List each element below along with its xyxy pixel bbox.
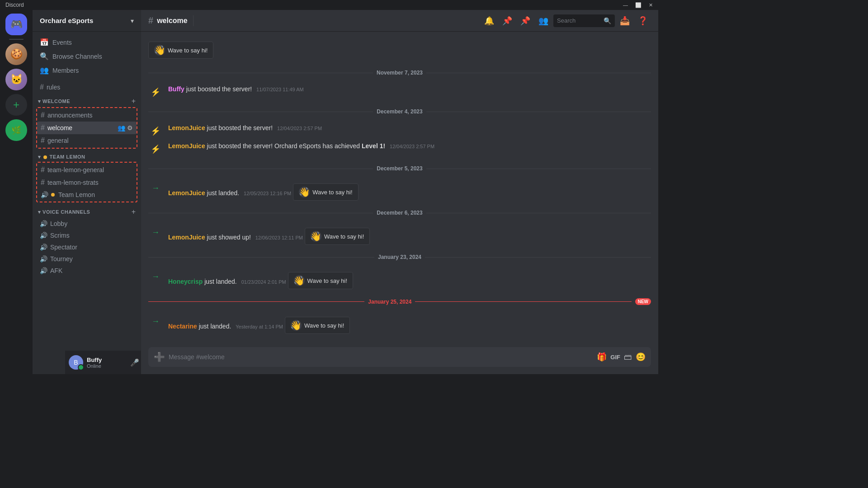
maximize-button[interactable]: ⬜	[633, 2, 643, 8]
gift-button[interactable]: 🎁	[597, 352, 607, 362]
channel-item-team-lemon-strats[interactable]: # team-lemon-strats	[37, 176, 137, 189]
user-avatar-letter: B	[74, 359, 78, 366]
channel-item-general[interactable]: # general	[37, 134, 137, 147]
channel-item-team-lemon-general[interactable]: # team-lemon-general	[37, 164, 137, 176]
edit-pins-button[interactable]: 📌	[499, 13, 515, 29]
messages-area[interactable]: 👋 Wave to say hi! November 7, 2023 ⚡ Buf…	[141, 32, 658, 347]
sidebar-item-events[interactable]: 📅 Events	[36, 35, 137, 49]
wave-label: Wave to say hi!	[312, 189, 352, 196]
voice-channels-section: ▾ VOICE CHANNELS + 🔊 Lobby 🔊 Scrims 🔊 Sp…	[36, 206, 137, 277]
members-label: Members	[52, 67, 79, 74]
wave-button-lemon-join[interactable]: 👋 Wave to say hi!	[293, 183, 358, 201]
search-bar[interactable]: Search 🔍	[553, 14, 615, 27]
boost-icon: ⚡	[148, 85, 163, 99]
welcome-section: ▾ WELCOME + # announcements # welcome 👥 …	[36, 95, 137, 149]
date-line-left	[148, 169, 373, 169]
channel-name-tourney: Tourney	[50, 255, 73, 263]
message-body-nect: Nectarine just landed. Yesterday at 1:14…	[168, 314, 651, 334]
discord-home-button[interactable]: 🎮	[5, 14, 27, 35]
server-dropdown-icon: ▾	[131, 17, 134, 24]
notification-bell-button[interactable]: 🔔	[481, 13, 497, 29]
mic-button[interactable]: 🎤	[128, 356, 141, 369]
hash-icon: #	[41, 124, 45, 132]
welcome-add-icon[interactable]: +	[132, 97, 136, 105]
timestamp-lemon-show: 12/06/2023 12:11 PM	[255, 235, 303, 240]
message-input[interactable]	[169, 353, 593, 361]
close-button[interactable]: ✕	[647, 2, 655, 8]
message-body-honey: Honeycrisp just landed. 01/23/2024 2:01 …	[168, 269, 651, 289]
wave-label-nect: Wave to say hi!	[304, 322, 344, 329]
channel-name-welcome: welcome	[47, 124, 72, 131]
sticker-button[interactable]: 🗃	[624, 352, 632, 362]
attach-button[interactable]: ➕	[154, 352, 165, 362]
wave-button-nect[interactable]: 👋 Wave to say hi!	[285, 317, 350, 334]
titlebar-title: Discord	[5, 2, 24, 8]
wave-say-hi-button-top[interactable]: 👋 Wave to say hi!	[148, 42, 213, 59]
message-lemonjuice-boost2: ⚡ LemonJuice just boosted the server! Or…	[141, 140, 658, 158]
message-body: Buffy just boosted the server! 11/07/202…	[168, 85, 651, 94]
boost-symbol: ⚡	[151, 126, 160, 136]
username-lemonjuice2: LemonJuice	[168, 142, 205, 150]
channel-item-welcome[interactable]: # welcome 👥 ⚙	[37, 122, 137, 134]
channel-item-team-lemon-voice[interactable]: 🔊 Team Lemon	[37, 189, 137, 201]
inbox-button[interactable]: 📥	[617, 13, 633, 29]
channel-item-spectator[interactable]: 🔊 Spectator	[36, 241, 137, 253]
input-actions: 🎁 GIF 🗃 😊	[597, 352, 646, 362]
pinned-button[interactable]: 📌	[517, 13, 533, 29]
voice-section-title: ▾ VOICE CHANNELS	[38, 209, 90, 215]
help-button[interactable]: ❓	[635, 13, 651, 29]
minimize-button[interactable]: —	[621, 2, 630, 8]
server-icon-cat[interactable]: 🐱	[5, 69, 27, 90]
channel-item-lobby[interactable]: 🔊 Lobby	[36, 218, 137, 230]
wave-label-top: Wave to say hi!	[168, 47, 208, 54]
top-wave-container: 👋 Wave to say hi!	[141, 39, 658, 62]
date-separator-jan25-new: January 25, 2024 NEW	[148, 298, 651, 305]
channel-item-scrims[interactable]: 🔊 Scrims	[36, 230, 137, 241]
welcome-section-header[interactable]: ▾ WELCOME +	[36, 95, 137, 107]
server-header[interactable]: Orchard eSports ▾	[33, 10, 141, 32]
events-icon: 📅	[40, 38, 49, 47]
members-list-button[interactable]: 👥	[535, 13, 552, 29]
message-lemonjuice-show: → LemonJuice just showed up! 12/06/2023 …	[141, 223, 658, 247]
join-arrow-icon3: →	[148, 269, 163, 284]
active-server-indicator[interactable]: 🌿	[5, 119, 27, 141]
message-body-join: LemonJuice just landed. 12/05/2023 12:16…	[168, 181, 651, 201]
voice-add-icon[interactable]: +	[132, 208, 136, 216]
channel-item-rules[interactable]: # rules	[36, 81, 137, 94]
date-separator-jan23: January 23, 2024	[148, 254, 651, 260]
timestamp-nect: Yesterday at 1:14 PM	[236, 324, 283, 329]
channel-item-announcements[interactable]: # announcements	[37, 109, 137, 122]
gif-button[interactable]: GIF	[610, 354, 620, 361]
members-icon[interactable]: 👥	[118, 124, 125, 131]
channel-header-name: welcome	[157, 17, 188, 25]
channel-name-announcements: announcements	[47, 112, 93, 119]
join-arrow-icon: →	[148, 181, 163, 195]
wave-emoji-top: 👋	[154, 45, 165, 56]
voice-section-header[interactable]: ▾ VOICE CHANNELS +	[36, 206, 137, 218]
wave-button-lemon-show[interactable]: 👋 Wave to say hi!	[305, 228, 370, 245]
speaker-icon: 🔊	[40, 232, 47, 239]
server-icon-cookie[interactable]: 🍪	[5, 43, 27, 65]
boost-text: just boosted the server!	[186, 85, 252, 93]
channel-item-tourney[interactable]: 🔊 Tourney	[36, 253, 137, 265]
team-lemon-section-header[interactable]: ▾ TEAM LEMON	[36, 152, 137, 162]
wave-button-honey[interactable]: 👋 Wave to say hi!	[288, 272, 353, 289]
timestamp-buffy: 11/07/2023 11:49 AM	[256, 87, 304, 92]
server-name: Orchard eSports	[40, 17, 93, 24]
message-input-area: ➕ 🎁 GIF 🗃 😊	[141, 347, 658, 374]
user-name: Buffy	[87, 357, 125, 363]
add-server-button[interactable]: +	[5, 94, 27, 116]
titlebar: Discord — ⬜ ✕	[0, 0, 658, 10]
channel-sidebar: Orchard eSports ▾ 📅 Events 🔍 Browse Chan…	[33, 10, 141, 374]
user-avatar[interactable]: B	[69, 355, 83, 370]
message-text-join: LemonJuice just landed. 12/05/2023 12:16…	[168, 189, 293, 197]
settings-icon[interactable]: ⚙	[127, 124, 133, 131]
sidebar-item-browse-channels[interactable]: 🔍 Browse Channels	[36, 49, 137, 63]
username-lemonjuice-show: LemonJuice	[168, 234, 205, 241]
message-honeycrisp: → Honeycrisp just landed. 01/23/2024 2:0…	[141, 267, 658, 291]
channel-item-afk[interactable]: 🔊 AFK	[36, 265, 137, 277]
message-lemonjuice-boost1: ⚡ LemonJuice just boosted the server! 12…	[141, 122, 658, 140]
sidebar-item-members[interactable]: 👥 Members	[36, 63, 137, 77]
search-icon: 🔍	[604, 17, 611, 24]
emoji-button[interactable]: 😊	[636, 352, 646, 362]
